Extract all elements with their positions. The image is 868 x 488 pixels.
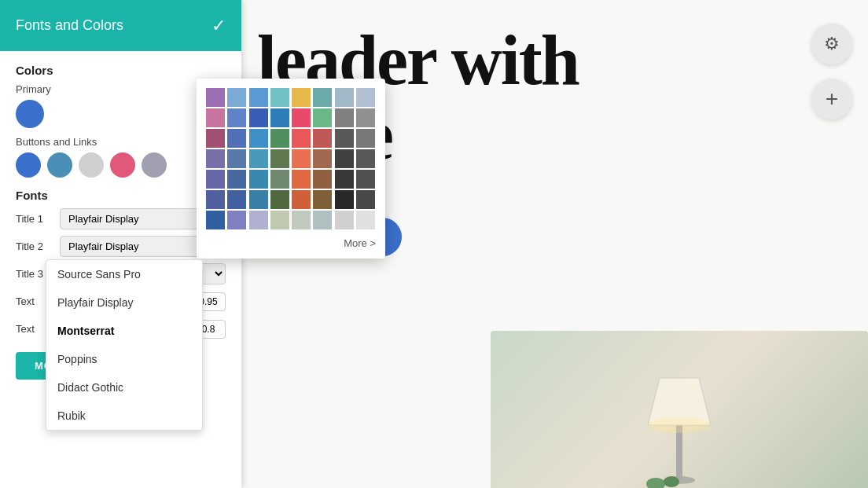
color-cell[interactable] xyxy=(313,129,332,148)
color-cell[interactable] xyxy=(227,170,246,189)
swatch-teal[interactable] xyxy=(47,152,72,178)
colors-section-label: Colors xyxy=(16,64,226,77)
color-cell[interactable] xyxy=(249,190,268,209)
font-dropdown-item[interactable]: Poppins xyxy=(46,345,202,373)
primary-color-container xyxy=(16,100,226,128)
color-cell[interactable] xyxy=(227,190,246,209)
title2-label: Title 2 xyxy=(16,240,53,252)
color-cell[interactable] xyxy=(270,108,289,127)
color-cell[interactable] xyxy=(206,88,225,107)
color-cell[interactable] xyxy=(313,211,332,229)
svg-point-5 xyxy=(664,476,679,487)
font-dropdown-item[interactable]: Source Sans Pro xyxy=(46,260,202,288)
svg-point-3 xyxy=(648,417,711,433)
color-cell[interactable] xyxy=(356,190,375,209)
color-cell[interactable] xyxy=(356,129,375,148)
color-cell[interactable] xyxy=(356,108,375,127)
color-cell[interactable] xyxy=(292,149,311,168)
fonts-section-label: Fonts xyxy=(16,189,226,202)
color-cell[interactable] xyxy=(206,149,225,168)
svg-point-4 xyxy=(646,478,665,488)
color-cell[interactable] xyxy=(356,170,375,189)
swatch-light-gray[interactable] xyxy=(79,152,104,178)
lamp-illustration xyxy=(632,347,726,488)
title2-row: Title 2 Playfair Display xyxy=(16,236,226,257)
font-dropdown-item[interactable]: Didact Gothic xyxy=(46,373,202,402)
plus-button[interactable]: + xyxy=(811,79,852,119)
color-cell[interactable] xyxy=(313,108,332,127)
color-cell[interactable] xyxy=(292,211,311,229)
color-cell[interactable] xyxy=(227,211,246,229)
color-cell[interactable] xyxy=(249,129,268,148)
color-cell[interactable] xyxy=(227,88,246,107)
color-cell[interactable] xyxy=(249,211,268,229)
color-cell[interactable] xyxy=(335,108,354,127)
color-cell[interactable] xyxy=(313,170,332,189)
color-cell[interactable] xyxy=(292,108,311,127)
color-cell[interactable] xyxy=(249,149,268,168)
swatch-blue[interactable] xyxy=(16,152,41,178)
color-cell[interactable] xyxy=(270,190,289,209)
color-cell[interactable] xyxy=(356,149,375,168)
color-cell[interactable] xyxy=(227,108,246,127)
color-cell[interactable] xyxy=(335,211,354,229)
color-cell[interactable] xyxy=(356,88,375,107)
color-cell[interactable] xyxy=(292,129,311,148)
sidebar-title: Fonts and Colors xyxy=(16,17,123,34)
color-cell[interactable] xyxy=(335,170,354,189)
font-dropdown-item[interactable]: Playfair Display xyxy=(46,288,202,317)
buttons-links-label: Buttons and Links xyxy=(16,136,226,148)
color-cell[interactable] xyxy=(292,190,311,209)
color-cell[interactable] xyxy=(227,129,246,148)
color-cell[interactable] xyxy=(270,170,289,189)
color-cell[interactable] xyxy=(335,190,354,209)
title1-label: Title 1 xyxy=(16,213,53,225)
color-cell[interactable] xyxy=(270,129,289,148)
color-cell[interactable] xyxy=(335,88,354,107)
color-cell[interactable] xyxy=(313,149,332,168)
confirm-icon[interactable]: ✓ xyxy=(211,16,226,36)
color-cell[interactable] xyxy=(206,170,225,189)
hero-image-area xyxy=(491,331,868,488)
color-cell[interactable] xyxy=(313,190,332,209)
color-cell[interactable] xyxy=(206,211,225,229)
primary-label: Primary xyxy=(16,83,226,95)
color-cell[interactable] xyxy=(335,129,354,148)
color-cell[interactable] xyxy=(206,190,225,209)
title1-row: Title 1 Playfair Display xyxy=(16,208,226,229)
font-dropdown-item[interactable]: Montserrat xyxy=(46,317,202,345)
color-cell[interactable] xyxy=(249,88,268,107)
gear-button[interactable]: ⚙ xyxy=(811,24,852,64)
color-cell[interactable] xyxy=(270,211,289,229)
buttons-links-colors xyxy=(16,152,226,178)
swatch-pink[interactable] xyxy=(110,152,135,178)
color-cell[interactable] xyxy=(292,88,311,107)
color-cell[interactable] xyxy=(335,149,354,168)
color-cell[interactable] xyxy=(249,108,268,127)
swatch-gray[interactable] xyxy=(142,152,167,178)
color-cell[interactable] xyxy=(249,170,268,189)
color-cell[interactable] xyxy=(270,149,289,168)
svg-rect-1 xyxy=(676,425,682,480)
color-cell[interactable] xyxy=(206,108,225,127)
primary-color-swatch[interactable] xyxy=(16,100,44,128)
sidebar-header: Fonts and Colors ✓ xyxy=(0,0,241,51)
color-cell[interactable] xyxy=(270,88,289,107)
color-picker-popup: More > xyxy=(197,79,385,259)
color-cell[interactable] xyxy=(227,149,246,168)
color-cell[interactable] xyxy=(313,88,332,107)
color-cell[interactable] xyxy=(356,211,375,229)
plus-icon: + xyxy=(826,86,838,112)
color-cell[interactable] xyxy=(292,170,311,189)
font-dropdown-item[interactable]: Rubik xyxy=(46,402,202,430)
font-dropdown-menu: Source Sans ProPlayfair DisplayMontserra… xyxy=(46,259,203,431)
color-grid xyxy=(206,88,376,229)
color-cell[interactable] xyxy=(206,129,225,148)
gear-icon: ⚙ xyxy=(824,34,840,54)
color-more-link[interactable]: More > xyxy=(206,237,376,249)
